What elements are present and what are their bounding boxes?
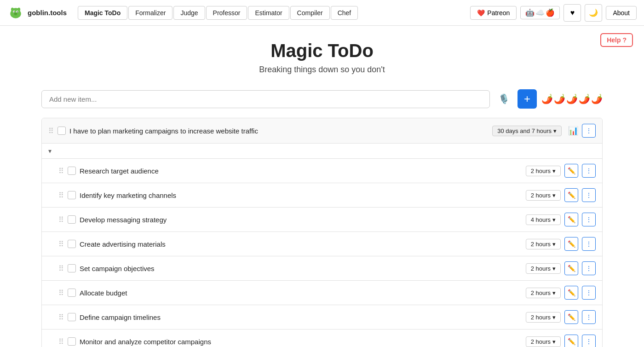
drag-handle[interactable]: ⠿ [58,167,64,175]
child-time-value-6: 2 hours [531,314,551,321]
nav-links: Magic ToDo Formalizer Judge Professor Es… [78,6,470,20]
child-checkbox-3[interactable] [68,240,76,248]
mic-icon: 🎙️ [498,93,510,104]
child-edit-button-7[interactable]: ✏️ [564,335,578,347]
child-edit-button-1[interactable]: ✏️ [564,188,578,202]
child-time-badge-4[interactable]: 2 hours ▾ [526,263,561,274]
child-checkbox-5[interactable] [68,289,76,297]
child-menu-button-6[interactable]: ⋮ [582,310,596,324]
child-time-chevron-7: ▾ [552,338,556,345]
child-time-chevron-6: ▾ [552,314,556,321]
about-button[interactable]: About [606,6,637,20]
child-menu-button-0[interactable]: ⋮ [582,164,596,178]
drag-handle[interactable]: ⠿ [58,313,64,322]
child-item-text-0: Research target audience [80,167,522,175]
drag-handle[interactable]: ⠿ [58,191,64,200]
spice-2[interactable]: 🌶️ [554,93,565,104]
spice-3[interactable]: 🌶️ [566,93,578,104]
drag-handle[interactable]: ⠿ [58,289,64,297]
child-checkbox-2[interactable] [68,215,76,224]
child-rows: ⠿ Research target audience 2 hours ▾ ✏️ … [42,159,602,347]
child-menu-button-1[interactable]: ⋮ [582,188,596,202]
child-item-text-7: Monitor and analyze competitor campaigns [80,338,522,346]
spice-1[interactable]: 🌶️ [541,93,553,104]
favorite-button[interactable]: ♥ [564,4,581,22]
nav-compiler[interactable]: Compiler [290,6,330,20]
child-row: ⠿ Research target audience 2 hours ▾ ✏️ … [42,159,602,183]
expand-row[interactable]: ▾ [42,144,602,159]
child-time-value-3: 2 hours [531,241,551,248]
svg-point-7 [17,11,18,12]
child-time-badge-0[interactable]: 2 hours ▾ [526,166,561,176]
drag-handle[interactable]: ⠿ [58,337,64,346]
child-item-text-3: Create advertising materials [80,240,522,248]
child-row: ⠿ Define campaign timelines 2 hours ▾ ✏️… [42,305,602,330]
child-time-chevron-1: ▾ [552,192,556,199]
child-time-badge-7[interactable]: 2 hours ▾ [526,336,561,347]
svg-point-6 [14,11,15,12]
child-checkbox-4[interactable] [68,264,76,272]
child-item-text-6: Define campaign timelines [80,313,522,321]
child-edit-button-2[interactable]: ✏️ [564,213,578,226]
drag-handle[interactable]: ⠿ [58,240,64,249]
drag-handle[interactable]: ⠿ [58,215,64,224]
child-time-badge-2[interactable]: 4 hours ▾ [526,214,561,225]
help-button[interactable]: Help ? [600,33,633,47]
child-time-chevron-3: ▾ [552,241,556,248]
child-menu-button-3[interactable]: ⋮ [582,237,596,251]
child-menu-button-7[interactable]: ⋮ [582,335,596,347]
child-checkbox-6[interactable] [68,313,76,321]
todo-list: ⠿ I have to plan marketing campaigns to … [41,118,603,347]
child-menu-button-4[interactable]: ⋮ [582,261,596,275]
child-edit-button-6[interactable]: ✏️ [564,310,578,324]
child-row: ⠿ Monitor and analyze competitor campaig… [42,330,602,347]
input-row: 🎙️ + 🌶️ 🌶️ 🌶️ 🌶️ 🌶️ [41,89,603,109]
platform-icons: 🤖 ☁️ 🍎 [520,6,560,19]
child-time-value-0: 2 hours [531,168,551,174]
nav-chef[interactable]: Chef [331,6,358,20]
spice-5[interactable]: 🌶️ [591,93,603,104]
child-edit-button-4[interactable]: ✏️ [564,261,578,275]
child-checkbox-0[interactable] [68,167,76,175]
parent-menu-button[interactable]: ⋮ [582,124,596,138]
nav-estimator[interactable]: Estimator [248,6,289,20]
brand-logo[interactable]: goblin.tools [7,5,67,21]
nav-judge[interactable]: Judge [173,6,205,20]
add-button[interactable]: + [518,89,537,109]
nav-right: ❤️ Patreon 🤖 ☁️ 🍎 ♥ 🌙 About [470,4,637,22]
page-title: Magic ToDo [41,40,603,61]
parent-checkbox[interactable] [58,127,66,135]
patreon-button[interactable]: ❤️ Patreon [470,6,517,20]
child-time-chevron-2: ▾ [552,216,556,223]
child-row: ⠿ Allocate budget 2 hours ▾ ✏️ ⋮ [42,281,602,305]
drag-handle[interactable]: ⠿ [48,127,54,135]
mic-button[interactable]: 🎙️ [494,90,513,108]
child-time-badge-3[interactable]: 2 hours ▾ [526,239,561,249]
child-checkbox-7[interactable] [68,337,76,346]
child-time-value-1: 2 hours [531,192,551,199]
nav-formalizer[interactable]: Formalizer [128,6,172,20]
child-menu-button-2[interactable]: ⋮ [582,213,596,226]
child-time-value-4: 2 hours [531,265,551,272]
child-edit-button-0[interactable]: ✏️ [564,164,578,178]
spice-selector[interactable]: 🌶️ 🌶️ 🌶️ 🌶️ 🌶️ [541,93,603,104]
child-edit-button-5[interactable]: ✏️ [564,286,578,300]
child-item-text-1: Identify key marketing channels [80,191,522,199]
nav-magic-todo[interactable]: Magic ToDo [78,6,127,20]
child-checkbox-1[interactable] [68,191,76,199]
android-icon: 🤖 [525,8,535,17]
dark-mode-button[interactable]: 🌙 [585,4,602,22]
child-menu-button-5[interactable]: ⋮ [582,286,596,300]
child-time-badge-1[interactable]: 2 hours ▾ [526,190,561,201]
child-edit-button-3[interactable]: ✏️ [564,237,578,251]
child-item-text-5: Allocate budget [80,289,522,297]
nav-professor[interactable]: Professor [206,6,247,20]
child-time-badge-6[interactable]: 2 hours ▾ [526,312,561,323]
chart-icon[interactable]: 📊 [568,126,578,136]
drag-handle[interactable]: ⠿ [58,264,64,273]
parent-time-badge[interactable]: 30 days and 7 hours ▾ [492,126,562,136]
parent-time-chevron: ▾ [553,127,557,134]
add-item-input[interactable] [41,90,490,108]
child-time-badge-5[interactable]: 2 hours ▾ [526,288,561,298]
spice-4[interactable]: 🌶️ [579,93,590,104]
